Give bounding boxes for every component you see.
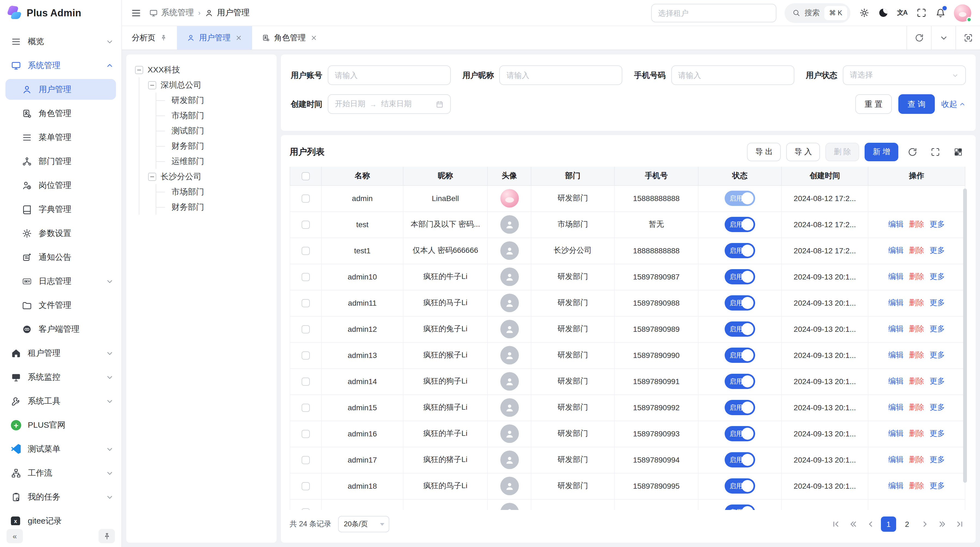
close-icon[interactable] (235, 34, 242, 41)
delete-link[interactable]: 删除 (909, 220, 924, 228)
sidebar-item-menus[interactable]: 菜单管理 (0, 125, 121, 149)
sidebar-item-roles[interactable]: 角色管理 (0, 101, 121, 125)
tree-node-dept[interactable]: 市场部门 (156, 184, 268, 199)
delete-button[interactable]: 删 除 (826, 143, 859, 161)
more-link[interactable]: 更多 (930, 429, 945, 437)
sidebar-item-clients[interactable]: 客户端管理 (0, 317, 121, 341)
row-checkbox[interactable] (302, 247, 310, 255)
status-toggle[interactable]: 启用 (725, 321, 755, 337)
pin-sidebar-button[interactable] (99, 529, 115, 543)
more-link[interactable]: 更多 (930, 220, 945, 228)
more-link[interactable]: 更多 (930, 246, 945, 254)
status-toggle[interactable]: 启用 (725, 452, 755, 467)
row-checkbox[interactable] (302, 325, 310, 334)
more-link[interactable]: 更多 (930, 403, 945, 411)
more-link[interactable]: 更多 (930, 481, 945, 490)
breadcrumb-system[interactable]: 系统管理 (149, 8, 194, 18)
import-button[interactable]: 导 入 (786, 143, 820, 161)
edit-link[interactable]: 编辑 (888, 324, 904, 333)
sidebar-item-params[interactable]: 参数设置 (0, 221, 121, 245)
phone-input[interactable] (671, 65, 794, 85)
edit-link[interactable]: 编辑 (888, 481, 904, 490)
table-scrollbar[interactable] (963, 188, 967, 483)
collapse-icon[interactable] (148, 81, 156, 89)
sidebar-item-notices[interactable]: 通知公告 (0, 245, 121, 269)
row-checkbox[interactable] (302, 509, 310, 510)
row-checkbox[interactable] (302, 430, 310, 438)
tab-analysis[interactable]: 分析页 (122, 26, 177, 49)
reset-button[interactable]: 重 置 (855, 94, 892, 114)
sidebar-item-gitee[interactable]: x gitee记录 (0, 509, 121, 525)
more-link[interactable]: 更多 (930, 324, 945, 333)
status-toggle[interactable]: 启用 (725, 504, 755, 510)
status-select[interactable]: 请选择 (843, 65, 966, 85)
tree-node-dept[interactable]: 运维部门 (156, 154, 268, 169)
tree-node-dept[interactable]: 研发部门 (156, 92, 268, 108)
delete-link[interactable]: 删除 (909, 246, 924, 254)
fullscreen-button[interactable] (916, 7, 927, 18)
sidebar-item-users[interactable]: 用户管理 (0, 77, 121, 101)
row-checkbox[interactable] (302, 352, 310, 360)
global-search-button[interactable]: 搜索 ⌘ K (784, 3, 850, 22)
row-checkbox[interactable] (302, 456, 310, 464)
breadcrumb-current[interactable]: 用户管理 (205, 8, 250, 18)
status-toggle[interactable]: 启用 (725, 478, 755, 494)
tab-menu-button[interactable] (931, 26, 956, 49)
delete-link[interactable]: 删除 (909, 455, 924, 464)
status-toggle[interactable]: 启用 (725, 269, 755, 284)
nickname-input[interactable] (500, 65, 622, 85)
select-all-checkbox[interactable] (302, 172, 310, 180)
sidebar-item-files[interactable]: 文件管理 (0, 293, 121, 317)
tree-node-shenzhen[interactable]: 深圳总公司 (148, 77, 268, 92)
status-toggle[interactable]: 启用 (725, 426, 755, 441)
edit-link[interactable]: 编辑 (888, 403, 904, 411)
row-checkbox[interactable] (302, 195, 310, 203)
status-toggle[interactable]: 启用 (725, 191, 755, 206)
status-toggle[interactable]: 启用 (725, 400, 755, 415)
sidebar-item-tenants[interactable]: 租户管理 (0, 341, 121, 365)
delete-link[interactable]: 删除 (909, 429, 924, 437)
date-range-picker[interactable]: 开始日期 → 结束日期 (328, 94, 451, 114)
sidebar-item-tools[interactable]: 系统工具 (0, 389, 121, 413)
pager-next-button[interactable] (918, 517, 932, 531)
sidebar-item-monitoring[interactable]: 系统监控 (0, 365, 121, 389)
search-button[interactable]: 查 询 (898, 94, 935, 114)
delete-link[interactable]: 删除 (909, 350, 924, 359)
export-button[interactable]: 导 出 (747, 143, 781, 161)
edit-link[interactable]: 编辑 (888, 246, 904, 254)
status-toggle[interactable]: 启用 (725, 217, 755, 232)
fullscreen-table-button[interactable] (927, 143, 944, 161)
collapse-sidebar-button[interactable]: « (6, 529, 23, 543)
sidebar-item-system[interactable]: 系统管理 (0, 53, 121, 77)
add-button[interactable]: 新 增 (865, 143, 898, 161)
avatar[interactable] (954, 4, 971, 22)
pin-icon[interactable] (160, 34, 167, 41)
tree-node-changsha[interactable]: 长沙分公司 (148, 169, 268, 184)
delete-link[interactable]: 删除 (909, 376, 924, 385)
sidebar-item-logs[interactable]: 日志管理 (0, 269, 121, 293)
sidebar-item-plus-site[interactable]: + PLUS官网 (0, 413, 121, 437)
tree-node-dept[interactable]: 财务部门 (156, 199, 268, 215)
language-button[interactable]: 文A (897, 7, 908, 18)
row-checkbox[interactable] (302, 378, 310, 386)
edit-link[interactable]: 编辑 (888, 272, 904, 281)
tree-node-root[interactable]: XXX科技 (135, 62, 268, 77)
sidebar-item-posts[interactable]: 岗位管理 (0, 173, 121, 197)
pager-first-button[interactable] (829, 517, 843, 531)
maximize-content-button[interactable] (956, 26, 980, 49)
edit-link[interactable]: 编辑 (888, 376, 904, 385)
pager-page-1[interactable]: 1 (881, 517, 896, 532)
sidebar-item-workflow[interactable]: 工作流 (0, 461, 121, 485)
refresh-table-button[interactable] (904, 143, 921, 161)
delete-link[interactable]: 删除 (909, 481, 924, 490)
delete-link[interactable]: 删除 (909, 403, 924, 411)
edit-link[interactable]: 编辑 (888, 429, 904, 437)
sidebar-item-dicts[interactable]: 字典管理 (0, 197, 121, 221)
collapse-filters-link[interactable]: 收起 (941, 99, 966, 109)
more-link[interactable]: 更多 (930, 455, 945, 464)
tab-users[interactable]: 用户管理 (177, 26, 252, 49)
more-link[interactable]: 更多 (930, 272, 945, 281)
more-link[interactable]: 更多 (930, 350, 945, 359)
status-toggle[interactable]: 启用 (725, 295, 755, 311)
close-icon[interactable] (310, 34, 317, 41)
